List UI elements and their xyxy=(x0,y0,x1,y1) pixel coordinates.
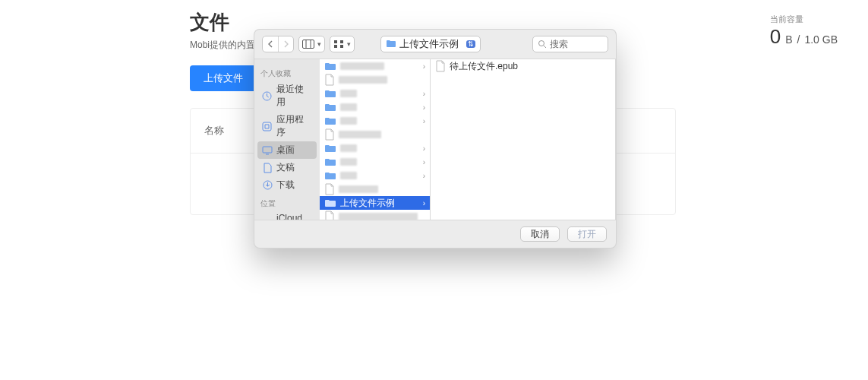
chevron-down-icon: ▾ xyxy=(347,40,351,48)
file-column-2[interactable]: 待上传文件.epub xyxy=(431,59,616,220)
upload-button[interactable]: 上传文件 xyxy=(190,65,257,91)
file-row[interactable]: 待上传文件.epub xyxy=(431,59,615,73)
forward-button[interactable] xyxy=(278,36,293,52)
search-input[interactable] xyxy=(550,39,601,49)
cancel-button[interactable]: 取消 xyxy=(520,226,560,242)
svg-rect-2 xyxy=(340,40,343,43)
path-arrows-icon: ⇅ xyxy=(466,40,475,48)
search-icon xyxy=(538,40,547,49)
search-field[interactable] xyxy=(532,36,608,52)
nav-buttons xyxy=(262,36,294,52)
download-icon xyxy=(262,180,273,191)
folder-icon xyxy=(324,171,336,180)
file-row-label: 上传文件示例 xyxy=(340,197,395,210)
open-button[interactable]: 打开 xyxy=(567,226,607,242)
sidebar-item-label: 应用程序 xyxy=(276,113,312,139)
sidebar-item-desktop[interactable]: 桌面 xyxy=(257,141,317,159)
path-title: 上传文件示例 xyxy=(399,37,459,51)
redacted-label xyxy=(340,90,357,97)
folder-icon xyxy=(324,157,336,166)
chevron-right-icon: › xyxy=(423,103,425,112)
file-row[interactable]: › xyxy=(320,155,430,169)
svg-rect-0 xyxy=(303,40,314,49)
chevron-right-icon: › xyxy=(423,172,425,180)
file-row[interactable] xyxy=(320,73,430,87)
open-file-sheet: ▾ ▾ 上传文件示例 ⇅ xyxy=(254,29,617,249)
file-row[interactable] xyxy=(320,128,430,141)
chevron-right-icon: › xyxy=(423,117,425,125)
sidebar-item-label: 文稿 xyxy=(276,161,295,174)
chevron-down-icon: ▾ xyxy=(317,40,321,48)
chevron-right-icon: › xyxy=(423,199,425,207)
folder-row-selected[interactable]: 上传文件示例› xyxy=(320,196,430,210)
folder-icon xyxy=(324,62,336,71)
sidebar-item-label: 最近使用 xyxy=(276,83,312,109)
svg-rect-1 xyxy=(334,40,337,43)
redacted-label xyxy=(340,172,357,179)
file-row[interactable]: › xyxy=(320,100,430,114)
sidebar-section-label: 位置 xyxy=(260,198,314,209)
file-icon xyxy=(324,74,335,86)
redacted-label xyxy=(340,62,384,70)
redacted-label xyxy=(340,144,357,152)
file-row[interactable]: › xyxy=(320,141,430,155)
sheet-footer: 取消 打开 xyxy=(254,220,616,248)
svg-point-5 xyxy=(539,41,544,46)
columns-icon xyxy=(302,40,314,49)
svg-rect-8 xyxy=(263,147,272,153)
view-columns-button[interactable]: ▾ xyxy=(298,36,325,52)
file-column-1[interactable]: ›››››››上传文件示例›››››› xyxy=(320,59,431,220)
chevron-right-icon: › xyxy=(423,158,425,166)
chevron-right-icon: › xyxy=(423,144,425,153)
folder-icon xyxy=(324,116,336,125)
capacity-used: 0 xyxy=(770,25,781,49)
apps-icon xyxy=(262,121,273,131)
folder-icon xyxy=(324,103,336,112)
sheet-toolbar: ▾ ▾ 上传文件示例 ⇅ xyxy=(254,30,616,59)
sheet-sidebar: 个人收藏最近使用应用程序桌面文稿下载位置iCloud 云盘DBeaver...⏏… xyxy=(254,59,320,220)
redacted-label xyxy=(340,117,357,125)
grid-icon xyxy=(333,40,344,49)
file-row[interactable]: › xyxy=(320,169,430,182)
svg-rect-3 xyxy=(334,45,337,48)
sidebar-item-label: 桌面 xyxy=(276,144,295,157)
redacted-label xyxy=(339,185,378,193)
back-button[interactable] xyxy=(263,36,278,52)
sidebar-item-apps[interactable]: 应用程序 xyxy=(257,111,317,141)
doc-icon xyxy=(262,163,273,173)
chevron-right-icon: › xyxy=(423,62,425,71)
capacity-label: 当前容量 xyxy=(770,14,838,25)
folder-icon xyxy=(324,89,336,98)
redacted-label xyxy=(340,158,357,166)
view-options-button[interactable]: ▾ xyxy=(330,36,355,52)
capacity-total: 1.0 GB xyxy=(804,33,838,46)
sidebar-item-documents[interactable]: 文稿 xyxy=(257,159,317,176)
file-row[interactable] xyxy=(320,182,430,196)
redacted-label xyxy=(339,213,418,220)
path-chip[interactable]: 上传文件示例 ⇅ xyxy=(380,36,481,52)
capacity-unit-used: B xyxy=(785,33,792,46)
folder-icon xyxy=(324,144,336,153)
svg-rect-4 xyxy=(340,45,343,48)
file-icon xyxy=(324,211,335,220)
redacted-label xyxy=(339,76,387,84)
capacity-block: 当前容量 0 B / 1.0 GB xyxy=(770,14,838,49)
file-row[interactable] xyxy=(320,210,430,220)
file-row[interactable]: › xyxy=(320,114,430,128)
file-row[interactable]: › xyxy=(320,59,430,73)
file-row-label: 待上传文件.epub xyxy=(450,60,518,73)
file-icon xyxy=(324,128,335,141)
sidebar-item-icloud[interactable]: iCloud 云盘 xyxy=(257,211,317,220)
sidebar-item-label: iCloud 云盘 xyxy=(276,213,312,220)
folder-icon xyxy=(324,198,336,207)
sidebar-item-recents[interactable]: 最近使用 xyxy=(257,81,317,111)
desktop-icon xyxy=(262,145,273,156)
folder-icon xyxy=(386,39,396,49)
sidebar-item-downloads[interactable]: 下载 xyxy=(257,176,317,194)
file-icon xyxy=(435,60,446,72)
chevron-right-icon: › xyxy=(423,90,425,98)
file-row[interactable]: › xyxy=(320,87,430,100)
svg-rect-7 xyxy=(263,122,271,131)
redacted-label xyxy=(340,103,357,111)
capacity-sep: / xyxy=(797,33,800,46)
